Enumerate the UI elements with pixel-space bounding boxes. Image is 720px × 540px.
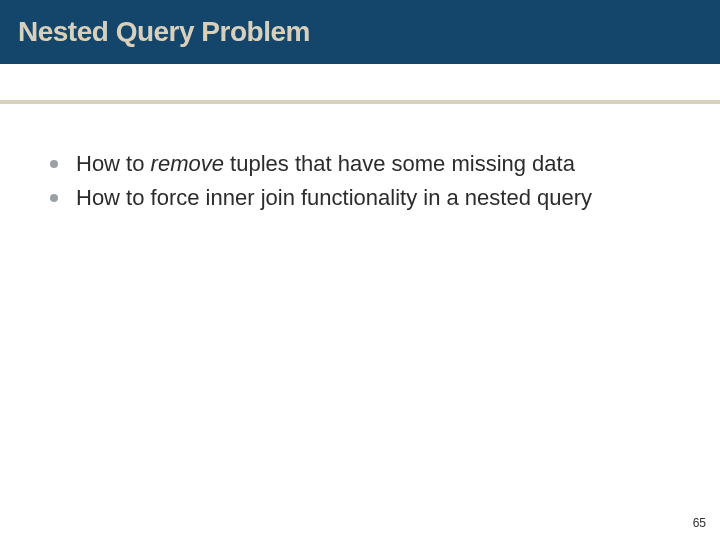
bullet-text-prefix: How to bbox=[76, 151, 151, 176]
page-number: 65 bbox=[693, 516, 706, 530]
bullet-text-emphasis: remove bbox=[151, 151, 224, 176]
slide-body: How to remove tuples that have some miss… bbox=[44, 150, 676, 217]
title-bar: Nested Query Problem bbox=[0, 0, 720, 64]
list-item: How to remove tuples that have some miss… bbox=[44, 150, 676, 178]
bullet-text-prefix: How to force inner join functionality in… bbox=[76, 185, 592, 210]
bullet-list: How to remove tuples that have some miss… bbox=[44, 150, 676, 211]
accent-divider bbox=[0, 100, 720, 104]
slide-title: Nested Query Problem bbox=[18, 16, 310, 48]
bullet-text-suffix: tuples that have some missing data bbox=[224, 151, 575, 176]
list-item: How to force inner join functionality in… bbox=[44, 184, 676, 212]
